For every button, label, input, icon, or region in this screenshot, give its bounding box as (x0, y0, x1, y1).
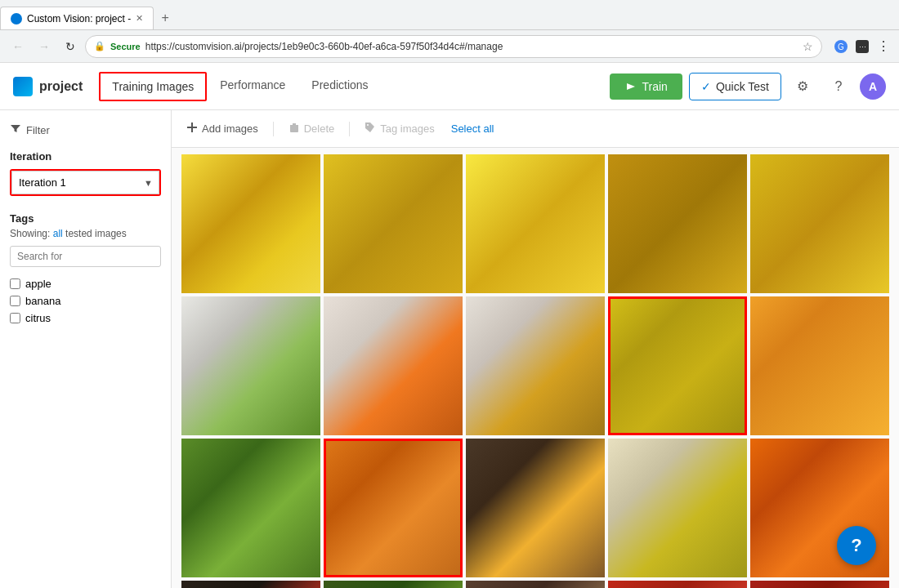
svg-rect-5 (187, 127, 197, 128)
image-cell[interactable] (181, 439, 320, 577)
tag-checkbox-apple[interactable] (10, 278, 20, 289)
showing-text: Showing: all tested images (10, 228, 161, 239)
iteration-select-wrapper: Iteration 1 Iteration 2 ▼ (10, 169, 161, 196)
image-grid (181, 154, 889, 588)
image-cell[interactable] (608, 154, 747, 293)
tag-label-citrus: citrus (25, 312, 51, 324)
image-cell[interactable] (324, 439, 463, 577)
add-images-button[interactable]: Add images (185, 118, 260, 139)
filter-icon (10, 123, 21, 137)
train-button[interactable]: Train (610, 74, 682, 100)
tags-label: Tags (10, 212, 161, 225)
secure-label: Secure (110, 42, 141, 51)
toolbar-sep-1 (273, 122, 274, 136)
filter-row[interactable]: Filter (10, 123, 161, 137)
image-cell[interactable] (181, 154, 320, 293)
help-icon: ? (835, 79, 843, 94)
extension-icon-1[interactable]: G (832, 38, 850, 56)
nav-tabs: Training Images Performance Predictions (99, 63, 609, 109)
select-all-button[interactable]: Select all (450, 119, 496, 138)
delete-button[interactable]: Delete (287, 118, 337, 139)
help-fab-button[interactable]: ? (837, 526, 876, 565)
image-cell[interactable] (608, 439, 747, 577)
showing-link[interactable]: all (53, 228, 63, 239)
content-area: Add images Delete Tag images Select all (172, 110, 899, 588)
extension-icon-2[interactable]: ⋯ (853, 38, 871, 56)
check-icon: ✓ (701, 80, 711, 93)
image-cell[interactable] (466, 581, 605, 588)
address-bar[interactable]: 🔒 Secure https://customvision.ai/project… (85, 35, 822, 58)
iteration-select[interactable]: Iteration 1 Iteration 2 (11, 171, 159, 194)
browser-tab[interactable]: Custom Vision: project - ✕ (0, 7, 154, 29)
tag-label-banana: banana (25, 295, 60, 307)
logo-icon (13, 77, 33, 96)
toolbar-sep-2 (349, 122, 350, 136)
refresh-button[interactable]: ↻ (59, 35, 82, 58)
tab-predictions[interactable]: Predictions (298, 63, 381, 109)
tab-title: Custom Vision: project - (27, 13, 131, 24)
image-cell[interactable] (181, 296, 320, 435)
svg-text:G: G (838, 42, 844, 51)
sidebar: Filter Iteration Iteration 1 Iteration 2… (0, 110, 172, 588)
tag-item-citrus[interactable]: citrus (10, 310, 161, 327)
url-text: https://customvision.ai/projects/1eb9e0c… (145, 41, 503, 52)
image-cell[interactable] (324, 296, 463, 435)
quick-test-button[interactable]: ✓ Quick Test (689, 73, 781, 100)
image-cell[interactable] (466, 154, 605, 293)
image-cell[interactable] (750, 581, 889, 588)
settings-icon: ⚙ (797, 78, 808, 94)
bookmark-icon[interactable]: ☆ (803, 40, 813, 53)
image-cell[interactable] (181, 581, 320, 588)
new-tab-button[interactable]: + (154, 7, 177, 29)
image-cell[interactable] (608, 581, 747, 588)
app-name: project (39, 79, 83, 94)
train-icon (624, 80, 637, 93)
image-cell[interactable] (324, 154, 463, 293)
tag-icon (365, 122, 376, 136)
image-cell[interactable] (750, 154, 889, 293)
add-icon (186, 122, 198, 136)
forward-button[interactable]: → (33, 35, 56, 58)
iteration-label: Iteration (10, 150, 161, 163)
tag-item-banana[interactable]: banana (10, 292, 161, 310)
browser-menu-button[interactable]: ⋮ (874, 38, 892, 56)
settings-button[interactable]: ⚙ (788, 72, 817, 101)
image-cell[interactable] (750, 296, 889, 435)
tags-section: Tags Showing: all tested images apple ba… (10, 212, 161, 327)
header-actions: Train ✓ Quick Test ⚙ ? A (610, 72, 887, 101)
avatar[interactable]: A (860, 74, 886, 100)
image-grid-container (172, 148, 899, 588)
help-fab-icon: ? (851, 535, 861, 556)
image-cell[interactable] (608, 296, 747, 435)
tag-checkbox-banana[interactable] (10, 296, 20, 306)
tab-close-btn[interactable]: ✕ (136, 13, 143, 24)
tab-performance[interactable]: Performance (207, 63, 298, 109)
help-button[interactable]: ? (824, 72, 853, 101)
tag-item-apple[interactable]: apple (10, 275, 161, 292)
content-toolbar: Add images Delete Tag images Select all (172, 110, 899, 148)
image-cell[interactable] (466, 439, 605, 577)
tag-label-apple: apple (25, 278, 51, 290)
image-cell[interactable] (324, 581, 463, 588)
back-button[interactable]: ← (7, 35, 29, 58)
delete-icon (288, 122, 300, 136)
tag-checkbox-citrus[interactable] (10, 313, 20, 323)
image-cell[interactable] (466, 296, 605, 435)
lock-icon: 🔒 (94, 41, 105, 51)
svg-text:⋯: ⋯ (859, 43, 866, 51)
tab-training-images[interactable]: Training Images (99, 72, 207, 101)
tag-images-button[interactable]: Tag images (363, 118, 436, 139)
app-logo: project (13, 77, 83, 96)
tab-favicon (11, 13, 22, 24)
search-input[interactable] (10, 246, 161, 267)
